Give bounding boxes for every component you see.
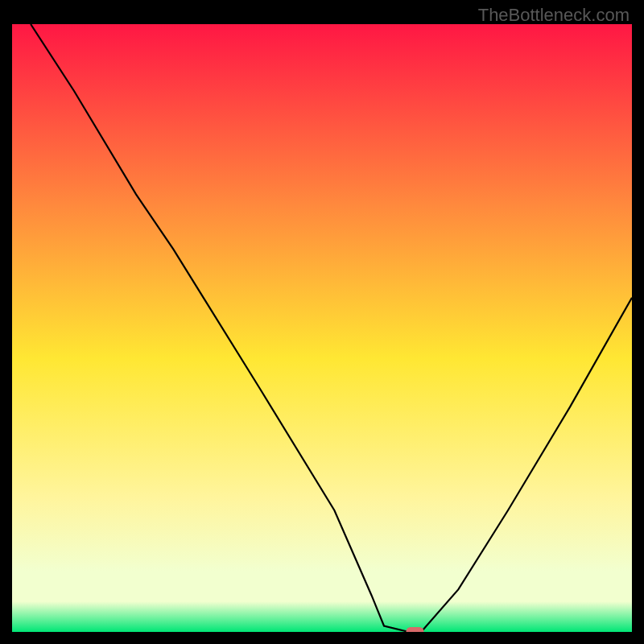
chart-plot-area: [12, 24, 632, 632]
watermark-text: TheBottleneck.com: [478, 5, 630, 26]
optimal-point-marker: [407, 627, 424, 632]
gradient-background: [12, 24, 632, 632]
